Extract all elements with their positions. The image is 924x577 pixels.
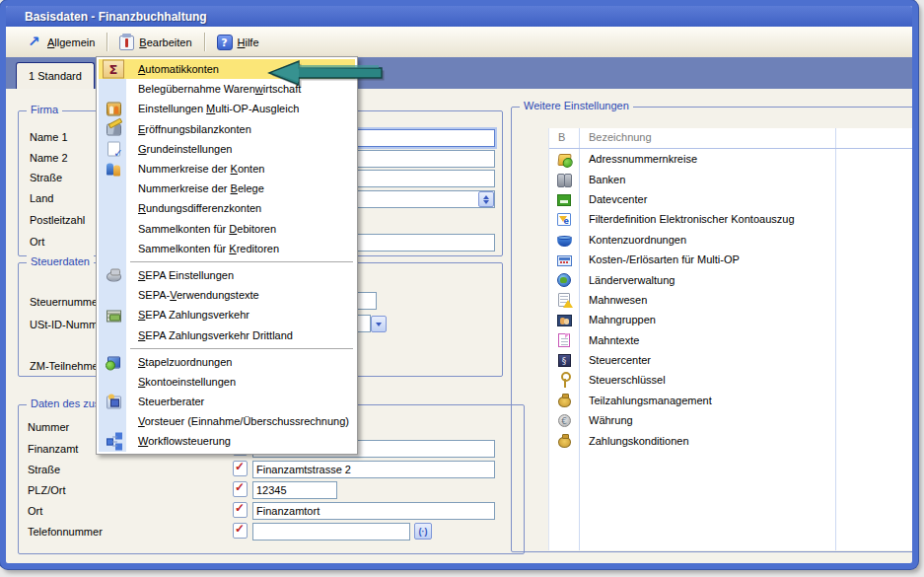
basic-settings-icon: [107, 141, 120, 156]
phone-dial-button[interactable]: [414, 523, 432, 540]
list-item-steuerschluessel[interactable]: Steuerschlüssel: [549, 370, 918, 390]
number-ranges-icon: [106, 161, 121, 177]
menu-item-sammelkonten-kreditoren[interactable]: Sammelkonten für Kreditoren: [99, 239, 355, 258]
list-item-mahntexte[interactable]: Mahntexte: [549, 330, 918, 350]
bearbeiten-menu: Automatikkonten Belegübernahme Warenwirt…: [96, 56, 358, 455]
list-item-kontenzuordnungen[interactable]: Kontenzuordnungen: [549, 230, 918, 250]
tax-key-icon: [556, 372, 572, 388]
list-item-laenderverwaltung[interactable]: Länderverwaltung: [549, 269, 918, 289]
land-label: Land: [30, 192, 53, 204]
menu-item-sepa-zahlungsverkehr[interactable]: SEPA Zahlungsverkehr: [99, 305, 355, 325]
column-header-b[interactable]: B: [558, 131, 565, 143]
menu-item-nummerkreise-konten[interactable]: Nummerkreise der Konten: [99, 159, 355, 179]
address-number-ranges-icon: [557, 154, 571, 166]
steuernummer-label: Steuernummer: [30, 296, 102, 308]
column-header-bezeichnung[interactable]: Bezeichnung: [589, 131, 652, 143]
plzort-check-icon[interactable]: [233, 481, 248, 497]
batch-icon: [107, 357, 120, 369]
fa-ort-label: Ort: [28, 505, 42, 517]
menu-item-sepa-zahlungsverkehr-drittland[interactable]: SEPA Zahlungsverkehr Drittland: [99, 325, 355, 344]
list-item-steuercenter[interactable]: Steuercenter: [549, 350, 918, 370]
nummer-label: Nummer: [28, 421, 69, 433]
list-item-waehrung[interactable]: Währung: [549, 410, 918, 430]
ustid-dropdown-button[interactable]: [371, 316, 387, 332]
fa-ort-field[interactable]: [252, 502, 495, 520]
dunning-icon: [558, 293, 570, 307]
datev-icon: [557, 194, 571, 206]
hilfe-button[interactable]: Hilfe: [210, 32, 266, 53]
dunning-texts-icon: [558, 333, 570, 347]
table-header[interactable]: B Bezeichnung: [549, 128, 918, 149]
menu-item-rundungsdifferenzkonten[interactable]: Rundungsdifferenzkonten: [99, 198, 355, 218]
menu-item-nummerkreise-belege[interactable]: Nummerkreise der Belege: [99, 179, 355, 198]
list-item-adressnummernkreise[interactable]: Adressnummernkreise: [549, 149, 918, 169]
menu-item-workflowsteuerung[interactable]: Workflowsteuerung: [99, 431, 355, 451]
land-spinner[interactable]: [478, 191, 494, 207]
banks-icon: [556, 172, 572, 187]
plz-label: Postleitzahl: [30, 214, 85, 226]
list-item-banken[interactable]: Banken: [549, 169, 918, 188]
sepa-settings-icon: [107, 271, 121, 281]
toolbar: Allgemein Bearbeiten Hilfe: [6, 27, 912, 57]
chevron-down-icon: [376, 323, 382, 326]
menu-item-stapelzuordnungen[interactable]: Stapelzuordnungen: [99, 352, 355, 372]
list-item-teilzahlungsmanagement[interactable]: Teilzahlungsmanagement: [549, 391, 918, 410]
list-item-filterdefinition[interactable]: Filterdefinition Elektronischer Kontoaus…: [549, 209, 918, 229]
menu-separator: [130, 261, 353, 262]
menu-item-sepa-einstellungen[interactable]: SEPA Einstellungen: [99, 265, 355, 285]
menu-separator: [130, 348, 353, 349]
list-item-datevcenter[interactable]: Datevcenter: [549, 189, 918, 209]
ort-label: Ort: [30, 236, 44, 248]
globe-icon: [557, 273, 571, 287]
multi-op-icon: [107, 102, 121, 115]
menu-item-sammelkonten-debitoren[interactable]: Sammelkonten für Debitoren: [99, 219, 355, 239]
green-arrow-left-icon: [260, 56, 387, 90]
filter-icon: [557, 213, 571, 226]
fa-ort-check-icon[interactable]: [233, 502, 248, 518]
menu-item-eroeffnungsbilanzkonten[interactable]: Eröffnungsbilanzkonten: [99, 119, 355, 139]
currency-icon: [558, 414, 571, 427]
payment-terms-icon: [558, 437, 571, 448]
edit-clipboard-icon: [119, 36, 134, 50]
menu-item-sepa-verwendungstexte[interactable]: SEPA-Verwendungstexte: [99, 285, 355, 305]
dunning-groups-icon: [557, 315, 572, 326]
tax-center-icon: [558, 354, 571, 367]
list-item-zahlungskonditionen[interactable]: Zahlungskonditionen: [549, 430, 918, 450]
zm-teilnehmer-label: ZM-Teilnehmer: [30, 360, 102, 372]
name2-label: Name 2: [30, 152, 68, 164]
bearbeiten-button[interactable]: Bearbeiten: [112, 32, 198, 53]
account-mapping-icon: [557, 238, 572, 247]
steuerdaten-group-label: Steuerdaten: [27, 255, 94, 267]
list-item-mahngruppen[interactable]: Mahngruppen: [549, 310, 918, 329]
menu-item-steuerberater[interactable]: Steuerberater: [99, 392, 355, 411]
toolbar-separator: [204, 33, 205, 51]
list-item-kosten-erloesarten[interactable]: Kosten-/Erlösarten für Multi-OP: [549, 250, 918, 269]
title-bar[interactable]: Basisdaten - Finanzbuchhaltung: [6, 6, 912, 27]
allgemein-button[interactable]: Allgemein: [20, 32, 102, 53]
cost-types-icon: [557, 255, 572, 266]
strasse-label: Straße: [30, 172, 62, 183]
spin-down-icon: [483, 200, 489, 204]
menu-item-multi-op-ausgleich[interactable]: Einstellungen Multi-OP-Ausgleich: [99, 99, 355, 118]
fa-strasse-check-icon[interactable]: [233, 461, 248, 476]
telefon-field[interactable]: [252, 523, 410, 541]
menu-item-vorsteuer[interactable]: Vorsteuer (Einnahme/Überschussrechnung): [99, 411, 355, 431]
arrow-up-right-icon: [27, 35, 42, 50]
menu-item-skontoeinstellungen[interactable]: Skontoeinstellungen: [99, 372, 355, 392]
firma-group-label: Firma: [27, 104, 62, 115]
menu-item-grundeinstellungen[interactable]: Grundeinstellungen: [99, 139, 355, 159]
plzort-field[interactable]: [252, 481, 337, 499]
weitere-group-label: Weitere Einstellungen: [520, 100, 633, 111]
tab-standard[interactable]: 1 Standard: [16, 62, 95, 89]
telefon-check-icon[interactable]: [233, 523, 248, 539]
sigma-icon: [105, 61, 122, 78]
fa-strasse-label: Straße: [28, 464, 60, 475]
opening-balance-icon: [107, 124, 121, 136]
toolbar-separator: [107, 33, 107, 51]
payments-icon: [107, 310, 121, 322]
fa-strasse-field[interactable]: [252, 461, 495, 478]
workflow-icon: [106, 433, 121, 449]
partial-payment-icon: [558, 397, 571, 407]
tax-advisor-icon: [107, 397, 121, 409]
list-item-mahnwesen[interactable]: Mahnwesen: [549, 290, 918, 310]
